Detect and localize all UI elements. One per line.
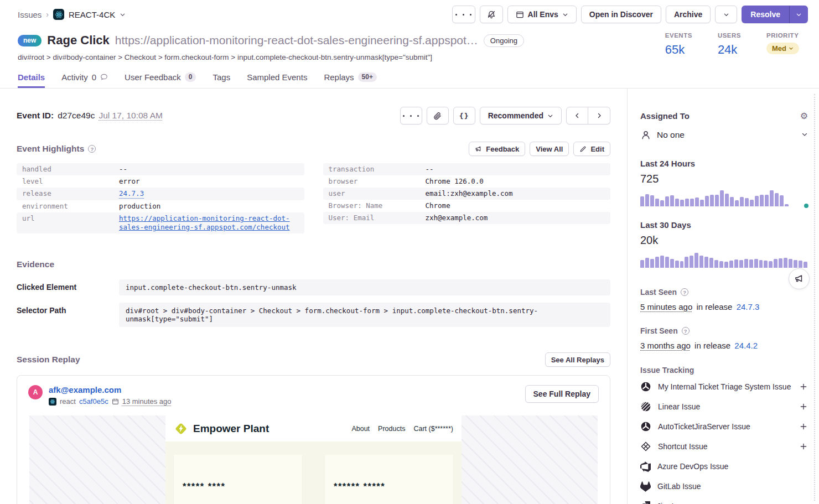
stat-events: EVENTS 65k bbox=[665, 32, 692, 57]
issue-tracking-item[interactable]: AutoTicketJiraServer Issue bbox=[640, 417, 808, 437]
tab-details[interactable]: Details bbox=[18, 71, 45, 88]
archive-dropdown-button[interactable] bbox=[715, 6, 737, 23]
environment-filter-button[interactable]: All Envs bbox=[507, 6, 577, 23]
session-replay-card: A afk@example.com react c5af0e5c 13 minu… bbox=[17, 375, 610, 504]
event-header: Event ID: d27ce49c Jul 17, 10:08 AM {} R… bbox=[17, 107, 610, 124]
resolve-button-group: Resolve bbox=[742, 6, 808, 23]
issue-tracking-item[interactable]: My Internal Ticket Triage System Issue bbox=[640, 377, 808, 397]
scrollbar[interactable] bbox=[814, 94, 815, 501]
paperclip-icon bbox=[433, 112, 442, 120]
megaphone-icon bbox=[475, 146, 482, 153]
issue-tracking-item[interactable]: Jira Issue bbox=[640, 496, 808, 504]
more-actions-button[interactable] bbox=[452, 6, 475, 23]
floating-feedback-button[interactable] bbox=[789, 268, 810, 289]
event-navigation-dropdown[interactable]: Recommended bbox=[480, 107, 562, 124]
event-id-value[interactable]: d27ce49c bbox=[58, 111, 95, 121]
first-seen-time[interactable]: 3 months ago bbox=[640, 341, 691, 350]
session-replay-header: Session Replay See All Replays bbox=[17, 352, 610, 367]
release-link[interactable]: 24.7.3 bbox=[119, 189, 144, 199]
main-content: Event ID: d27ce49c Jul 17, 10:08 AM {} R… bbox=[0, 89, 627, 504]
new-badge: new bbox=[18, 35, 42, 46]
chevron-down-icon bbox=[789, 46, 794, 51]
top-actions: All Envs Open in Discover Archive Resolv… bbox=[452, 6, 808, 23]
chevron-left-icon bbox=[574, 112, 580, 119]
event-more-button[interactable] bbox=[400, 107, 422, 124]
last-24h-total: 725 bbox=[640, 173, 808, 185]
tab-replays[interactable]: Replays50+ bbox=[324, 71, 377, 88]
next-event-button[interactable] bbox=[588, 107, 610, 124]
comment-bubble-icon bbox=[100, 73, 108, 81]
linear-icon bbox=[640, 401, 651, 412]
add-issue-button[interactable] bbox=[799, 382, 808, 391]
add-issue-button[interactable] bbox=[799, 442, 808, 451]
kv-row-browser: browserChrome 126.0.0 bbox=[323, 175, 611, 188]
status-badge: Ongoing bbox=[484, 34, 524, 47]
feedback-button[interactable]: Feedback bbox=[469, 142, 525, 156]
edit-button[interactable]: Edit bbox=[573, 142, 610, 156]
priority-dropdown[interactable]: Med bbox=[766, 43, 799, 54]
issue-tracking-item[interactable]: Azure DevOps Issue bbox=[640, 456, 808, 476]
site-nav-products: Products bbox=[378, 425, 405, 433]
issue-tracking-item[interactable]: GitLab Issue bbox=[640, 476, 808, 496]
tab-sampled-events[interactable]: Sampled Events bbox=[247, 71, 307, 88]
open-in-discover-button[interactable]: Open in Discover bbox=[581, 6, 661, 23]
last-seen-release-link[interactable]: 24.7.3 bbox=[737, 302, 760, 311]
replay-preview[interactable]: Empower Plant About Products Cart ($****… bbox=[29, 415, 598, 504]
kv-row-browser-name: Browser: NameChrome bbox=[323, 200, 611, 212]
kv-row-environment: environmentproduction bbox=[17, 200, 304, 212]
first-seen-section: First Seen? 3 months ago in release 24.4… bbox=[640, 326, 808, 350]
gear-icon[interactable]: ⚙ bbox=[800, 112, 808, 121]
react-project-icon bbox=[53, 9, 64, 20]
product-card: ***** **** *** **** **** *** ******* Add… bbox=[174, 455, 302, 504]
chevron-down-icon bbox=[723, 12, 729, 18]
chevron-down-icon bbox=[801, 130, 808, 140]
last-30d-chart[interactable] bbox=[640, 251, 807, 268]
kv-row-release: release24.7.3 bbox=[17, 188, 304, 200]
person-icon bbox=[640, 129, 651, 141]
replayed-site: Empower Plant About Products Cart ($****… bbox=[165, 415, 462, 504]
copy-link-button[interactable] bbox=[427, 107, 449, 124]
replay-user-email-link[interactable]: afk@example.com bbox=[49, 385, 121, 394]
breadcrumb: Issues › REACT-4CK bbox=[18, 9, 126, 20]
archive-button[interactable]: Archive bbox=[666, 6, 711, 23]
events-count-link[interactable]: 65k bbox=[665, 43, 692, 57]
last-24h-section: Last 24 Hours 725 bbox=[640, 159, 808, 206]
view-json-button[interactable]: {} bbox=[453, 107, 475, 124]
event-timestamp[interactable]: Jul 17, 10:08 AM bbox=[99, 111, 162, 121]
kv-row-level: levelerror bbox=[17, 175, 304, 188]
replay-id-link[interactable]: c5af0e5c bbox=[79, 397, 108, 406]
shortcut-icon bbox=[640, 441, 651, 452]
highlights-table-right: transaction-- browserChrome 126.0.0 user… bbox=[323, 163, 611, 233]
resolve-dropdown-button[interactable] bbox=[789, 6, 808, 23]
last-30d-section: Last 30 Days 20k bbox=[640, 220, 808, 268]
help-icon[interactable]: ? bbox=[682, 327, 690, 335]
issue-tracking-item[interactable]: Shortcut Issue bbox=[640, 437, 808, 456]
view-all-button[interactable]: View All bbox=[530, 142, 569, 156]
resolve-button[interactable]: Resolve bbox=[742, 6, 789, 23]
users-count-link[interactable]: 24k bbox=[718, 43, 741, 57]
tab-activity[interactable]: Activity0 bbox=[61, 71, 108, 88]
add-issue-button[interactable] bbox=[799, 402, 808, 411]
breadcrumb-issues-link[interactable]: Issues bbox=[18, 10, 42, 19]
site-nav: About Products Cart ($******) bbox=[351, 425, 453, 433]
last-seen-time[interactable]: 5 minutes ago bbox=[640, 302, 692, 311]
add-issue-button[interactable] bbox=[799, 422, 808, 431]
see-all-replays-button[interactable]: See All Replays bbox=[545, 352, 610, 367]
tab-tags[interactable]: Tags bbox=[212, 71, 230, 88]
highlights-table-left: handled-- levelerror release24.7.3 envir… bbox=[17, 163, 304, 233]
help-icon[interactable]: ? bbox=[88, 145, 96, 153]
mute-alerts-button[interactable] bbox=[480, 6, 503, 23]
issue-tracking-item[interactable]: Linear Issue bbox=[640, 397, 808, 417]
tab-user-feedback[interactable]: User Feedback0 bbox=[125, 71, 196, 88]
first-seen-release-link[interactable]: 24.4.2 bbox=[734, 341, 758, 350]
assignee-dropdown[interactable]: No one bbox=[640, 129, 808, 141]
replay-time-ago[interactable]: 13 minutes ago bbox=[122, 397, 172, 406]
last-24h-chart[interactable] bbox=[640, 190, 807, 206]
previous-event-button[interactable] bbox=[566, 107, 588, 124]
issue-tracking-section: Issue Tracking My Internal Ticket Triage… bbox=[640, 366, 808, 504]
breadcrumb-project[interactable]: REACT-4CK bbox=[69, 10, 115, 19]
help-icon[interactable]: ? bbox=[681, 288, 688, 296]
chevron-down-icon[interactable] bbox=[120, 10, 126, 19]
see-full-replay-button[interactable]: See Full Replay bbox=[525, 385, 599, 403]
url-link[interactable]: https://application-monitoring-react-dot… bbox=[119, 214, 299, 232]
